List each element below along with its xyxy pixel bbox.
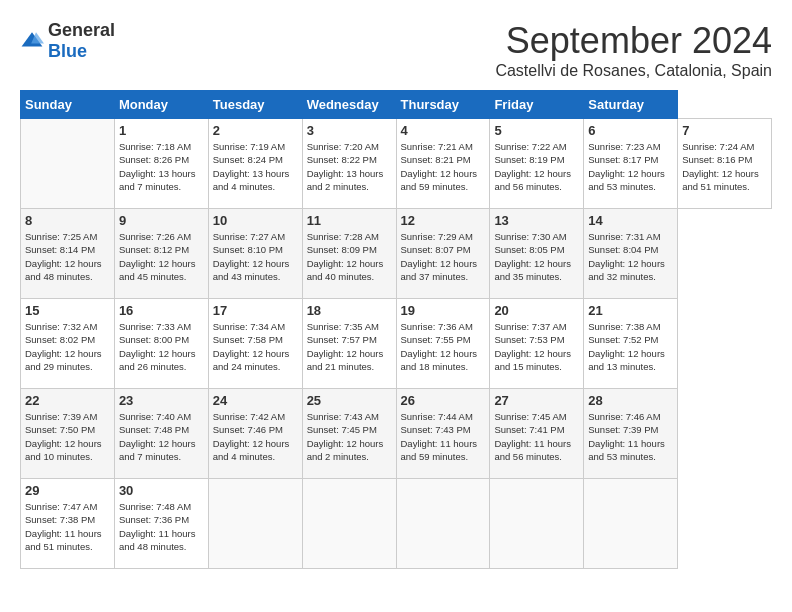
day-info: Sunrise: 7:36 AMSunset: 7:55 PMDaylight:… [401, 321, 478, 372]
calendar-day-cell [396, 479, 490, 569]
day-info: Sunrise: 7:31 AMSunset: 8:04 PMDaylight:… [588, 231, 665, 282]
title-area: September 2024 Castellvi de Rosanes, Cat… [495, 20, 772, 80]
day-info: Sunrise: 7:35 AMSunset: 7:57 PMDaylight:… [307, 321, 384, 372]
calendar-header-row: SundayMondayTuesdayWednesdayThursdayFrid… [21, 91, 772, 119]
day-info: Sunrise: 7:26 AMSunset: 8:12 PMDaylight:… [119, 231, 196, 282]
day-number: 7 [682, 123, 767, 138]
logo-blue: Blue [48, 41, 87, 61]
calendar-day-cell: 21 Sunrise: 7:38 AMSunset: 7:52 PMDaylig… [584, 299, 678, 389]
day-number: 8 [25, 213, 110, 228]
day-number: 11 [307, 213, 392, 228]
month-title: September 2024 [495, 20, 772, 62]
day-number: 10 [213, 213, 298, 228]
day-number: 6 [588, 123, 673, 138]
day-info: Sunrise: 7:22 AMSunset: 8:19 PMDaylight:… [494, 141, 571, 192]
calendar-week-row: 22 Sunrise: 7:39 AMSunset: 7:50 PMDaylig… [21, 389, 772, 479]
logo-icon [20, 29, 44, 53]
calendar-day-cell: 19 Sunrise: 7:36 AMSunset: 7:55 PMDaylig… [396, 299, 490, 389]
calendar-week-row: 15 Sunrise: 7:32 AMSunset: 8:02 PMDaylig… [21, 299, 772, 389]
day-info: Sunrise: 7:32 AMSunset: 8:02 PMDaylight:… [25, 321, 102, 372]
day-info: Sunrise: 7:48 AMSunset: 7:36 PMDaylight:… [119, 501, 196, 552]
day-info: Sunrise: 7:30 AMSunset: 8:05 PMDaylight:… [494, 231, 571, 282]
calendar-day-cell: 23 Sunrise: 7:40 AMSunset: 7:48 PMDaylig… [114, 389, 208, 479]
calendar-day-cell: 3 Sunrise: 7:20 AMSunset: 8:22 PMDayligh… [302, 119, 396, 209]
day-info: Sunrise: 7:25 AMSunset: 8:14 PMDaylight:… [25, 231, 102, 282]
calendar-day-cell: 25 Sunrise: 7:43 AMSunset: 7:45 PMDaylig… [302, 389, 396, 479]
day-number: 2 [213, 123, 298, 138]
day-info: Sunrise: 7:39 AMSunset: 7:50 PMDaylight:… [25, 411, 102, 462]
calendar-day-cell: 11 Sunrise: 7:28 AMSunset: 8:09 PMDaylig… [302, 209, 396, 299]
day-info: Sunrise: 7:38 AMSunset: 7:52 PMDaylight:… [588, 321, 665, 372]
day-number: 13 [494, 213, 579, 228]
day-info: Sunrise: 7:21 AMSunset: 8:21 PMDaylight:… [401, 141, 478, 192]
empty-cell [21, 119, 115, 209]
calendar-week-row: 1 Sunrise: 7:18 AMSunset: 8:26 PMDayligh… [21, 119, 772, 209]
calendar-day-cell: 15 Sunrise: 7:32 AMSunset: 8:02 PMDaylig… [21, 299, 115, 389]
calendar-day-cell: 12 Sunrise: 7:29 AMSunset: 8:07 PMDaylig… [396, 209, 490, 299]
day-number: 24 [213, 393, 298, 408]
column-header-sunday: Sunday [21, 91, 115, 119]
day-info: Sunrise: 7:47 AMSunset: 7:38 PMDaylight:… [25, 501, 102, 552]
calendar-day-cell: 26 Sunrise: 7:44 AMSunset: 7:43 PMDaylig… [396, 389, 490, 479]
column-header-thursday: Thursday [396, 91, 490, 119]
calendar-day-cell: 8 Sunrise: 7:25 AMSunset: 8:14 PMDayligh… [21, 209, 115, 299]
calendar-day-cell: 6 Sunrise: 7:23 AMSunset: 8:17 PMDayligh… [584, 119, 678, 209]
calendar-day-cell: 18 Sunrise: 7:35 AMSunset: 7:57 PMDaylig… [302, 299, 396, 389]
day-number: 5 [494, 123, 579, 138]
calendar-day-cell: 13 Sunrise: 7:30 AMSunset: 8:05 PMDaylig… [490, 209, 584, 299]
column-header-friday: Friday [490, 91, 584, 119]
calendar-week-row: 29 Sunrise: 7:47 AMSunset: 7:38 PMDaylig… [21, 479, 772, 569]
day-number: 17 [213, 303, 298, 318]
day-info: Sunrise: 7:20 AMSunset: 8:22 PMDaylight:… [307, 141, 384, 192]
calendar-day-cell: 27 Sunrise: 7:45 AMSunset: 7:41 PMDaylig… [490, 389, 584, 479]
day-number: 29 [25, 483, 110, 498]
day-number: 18 [307, 303, 392, 318]
day-info: Sunrise: 7:27 AMSunset: 8:10 PMDaylight:… [213, 231, 290, 282]
day-number: 19 [401, 303, 486, 318]
calendar-day-cell [584, 479, 678, 569]
calendar-day-cell [490, 479, 584, 569]
day-number: 4 [401, 123, 486, 138]
calendar-day-cell: 28 Sunrise: 7:46 AMSunset: 7:39 PMDaylig… [584, 389, 678, 479]
day-number: 15 [25, 303, 110, 318]
day-info: Sunrise: 7:19 AMSunset: 8:24 PMDaylight:… [213, 141, 290, 192]
day-info: Sunrise: 7:43 AMSunset: 7:45 PMDaylight:… [307, 411, 384, 462]
column-header-wednesday: Wednesday [302, 91, 396, 119]
day-info: Sunrise: 7:18 AMSunset: 8:26 PMDaylight:… [119, 141, 196, 192]
calendar-day-cell: 5 Sunrise: 7:22 AMSunset: 8:19 PMDayligh… [490, 119, 584, 209]
day-number: 21 [588, 303, 673, 318]
calendar-day-cell: 16 Sunrise: 7:33 AMSunset: 8:00 PMDaylig… [114, 299, 208, 389]
calendar-day-cell: 22 Sunrise: 7:39 AMSunset: 7:50 PMDaylig… [21, 389, 115, 479]
day-info: Sunrise: 7:24 AMSunset: 8:16 PMDaylight:… [682, 141, 759, 192]
page-header: General Blue September 2024 Castellvi de… [20, 20, 772, 80]
day-info: Sunrise: 7:44 AMSunset: 7:43 PMDaylight:… [401, 411, 478, 462]
day-number: 12 [401, 213, 486, 228]
calendar-day-cell: 17 Sunrise: 7:34 AMSunset: 7:58 PMDaylig… [208, 299, 302, 389]
day-info: Sunrise: 7:46 AMSunset: 7:39 PMDaylight:… [588, 411, 665, 462]
day-number: 20 [494, 303, 579, 318]
day-info: Sunrise: 7:34 AMSunset: 7:58 PMDaylight:… [213, 321, 290, 372]
calendar-day-cell [302, 479, 396, 569]
calendar-table: SundayMondayTuesdayWednesdayThursdayFrid… [20, 90, 772, 569]
day-number: 30 [119, 483, 204, 498]
column-header-saturday: Saturday [584, 91, 678, 119]
column-header-monday: Monday [114, 91, 208, 119]
day-info: Sunrise: 7:28 AMSunset: 8:09 PMDaylight:… [307, 231, 384, 282]
day-info: Sunrise: 7:45 AMSunset: 7:41 PMDaylight:… [494, 411, 571, 462]
day-number: 3 [307, 123, 392, 138]
day-info: Sunrise: 7:33 AMSunset: 8:00 PMDaylight:… [119, 321, 196, 372]
location-title: Castellvi de Rosanes, Catalonia, Spain [495, 62, 772, 80]
calendar-day-cell: 24 Sunrise: 7:42 AMSunset: 7:46 PMDaylig… [208, 389, 302, 479]
day-info: Sunrise: 7:40 AMSunset: 7:48 PMDaylight:… [119, 411, 196, 462]
logo-general: General [48, 20, 115, 40]
calendar-day-cell: 4 Sunrise: 7:21 AMSunset: 8:21 PMDayligh… [396, 119, 490, 209]
day-number: 1 [119, 123, 204, 138]
column-header-tuesday: Tuesday [208, 91, 302, 119]
day-number: 23 [119, 393, 204, 408]
calendar-day-cell: 30 Sunrise: 7:48 AMSunset: 7:36 PMDaylig… [114, 479, 208, 569]
day-number: 16 [119, 303, 204, 318]
day-info: Sunrise: 7:37 AMSunset: 7:53 PMDaylight:… [494, 321, 571, 372]
day-number: 22 [25, 393, 110, 408]
logo: General Blue [20, 20, 115, 62]
day-number: 26 [401, 393, 486, 408]
